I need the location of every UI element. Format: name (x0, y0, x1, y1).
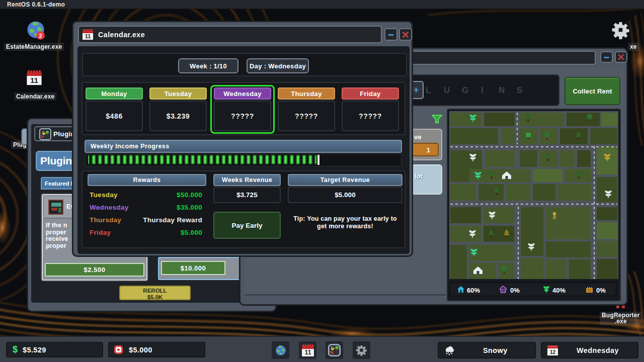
svg-text:11: 11 (304, 349, 311, 356)
svg-text:11: 11 (85, 33, 91, 39)
svg-text:12: 12 (550, 349, 556, 355)
svg-text:11: 11 (30, 76, 39, 84)
